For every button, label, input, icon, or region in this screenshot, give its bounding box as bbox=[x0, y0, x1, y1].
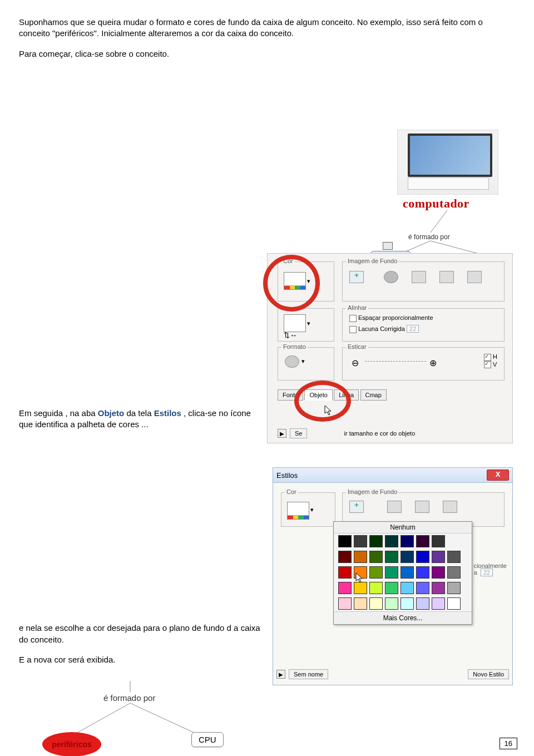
tab-cmap[interactable]: Cmap bbox=[360, 389, 387, 401]
zoom-out-icon[interactable]: ⊖ bbox=[352, 358, 359, 368]
color-swatch[interactable] bbox=[385, 551, 398, 563]
footer-hint: ir tamanho e cor do objeto bbox=[344, 430, 415, 437]
bg-option-icon-2[interactable] bbox=[415, 501, 429, 513]
group-imagem-title: Imagem de Fundo bbox=[346, 488, 399, 495]
color-swatch[interactable] bbox=[369, 535, 383, 547]
color-swatch[interactable] bbox=[400, 535, 414, 547]
bold-objeto: Objeto bbox=[98, 408, 125, 418]
bg-image-add-icon[interactable]: ＋ bbox=[349, 501, 364, 513]
color-swatch[interactable] bbox=[416, 566, 429, 579]
color-swatch[interactable] bbox=[369, 597, 383, 610]
color-swatch[interactable] bbox=[369, 582, 383, 594]
group-formato: Formato ▾ bbox=[278, 347, 334, 381]
color-swatch[interactable] bbox=[432, 566, 445, 579]
color-swatch[interactable] bbox=[447, 597, 461, 610]
color-swatch[interactable] bbox=[385, 566, 398, 579]
highlight-circle-tab bbox=[294, 381, 351, 422]
paragraph-start: Para começar, clica-se sobre o conceito. bbox=[19, 48, 515, 60]
color-swatch[interactable] bbox=[400, 566, 414, 579]
bg-option-icon-3[interactable] bbox=[439, 271, 454, 283]
check-h[interactable] bbox=[484, 354, 491, 361]
selection-handle-icon bbox=[383, 242, 393, 250]
color-swatch[interactable] bbox=[354, 597, 367, 610]
label-h: H bbox=[493, 353, 497, 360]
color-swatch[interactable] bbox=[432, 582, 445, 594]
label-espacar: Espaçar proporcionalmente bbox=[358, 314, 433, 321]
color-swatch[interactable] bbox=[385, 582, 398, 594]
bold-estilos: Estilos bbox=[154, 408, 181, 418]
check-lacuna[interactable] bbox=[349, 326, 357, 333]
color-swatch[interactable] bbox=[385, 597, 398, 610]
color-swatch[interactable] bbox=[354, 582, 367, 594]
group-imagem-title: Imagem de Fundo bbox=[346, 258, 399, 264]
color-swatch[interactable] bbox=[416, 535, 429, 547]
txt: Em seguida , na aba bbox=[19, 408, 98, 418]
color-swatch[interactable] bbox=[400, 597, 414, 610]
group-cor: Cor ▾ bbox=[281, 492, 335, 527]
more-colors-button[interactable]: Mais Cores... bbox=[334, 611, 472, 624]
node-perifericos-red[interactable]: periféricos bbox=[42, 732, 101, 756]
link-phrase: é formado por bbox=[408, 233, 450, 241]
paragraph-objeto-tab: Em seguida , na aba Objeto da tela Estil… bbox=[19, 408, 258, 431]
footer-novo-estilo[interactable]: Novo Estilo bbox=[468, 669, 509, 679]
bg-option-icon-4[interactable] bbox=[467, 271, 482, 283]
color-swatch[interactable] bbox=[338, 582, 352, 594]
group-lower-left: ▾ ⇅↔ bbox=[278, 308, 334, 342]
secondary-palette-button[interactable] bbox=[284, 314, 306, 332]
node-cpu[interactable]: CPU bbox=[191, 732, 224, 747]
bg-option-icon-1[interactable] bbox=[384, 271, 398, 283]
color-swatch[interactable] bbox=[400, 582, 414, 594]
color-swatch[interactable] bbox=[432, 597, 445, 610]
group-esticar: Esticar ⊖ ⊕ H V bbox=[342, 347, 505, 381]
figure-styles-panel: Cor ▾ Imagem de Fundo ＋ ▾ ⇅↔ Alinhar Esp… bbox=[267, 253, 513, 443]
label-v: V bbox=[493, 361, 497, 368]
swatch-none-button[interactable]: Nenhum bbox=[334, 522, 472, 533]
group-imagem-fundo: Imagem de Fundo ＋ bbox=[342, 261, 505, 302]
footer-btn-left[interactable]: Se bbox=[290, 428, 307, 438]
page-number: 16 bbox=[500, 738, 517, 749]
color-swatch[interactable] bbox=[338, 597, 352, 610]
shape-picker-icon[interactable] bbox=[285, 355, 299, 368]
color-swatch[interactable] bbox=[447, 566, 461, 579]
paragraph-intro: Suponhamos que se queira mudar o formato… bbox=[19, 17, 515, 39]
svg-line-7 bbox=[130, 703, 202, 737]
color-swatch[interactable] bbox=[338, 551, 352, 563]
color-swatch[interactable] bbox=[400, 551, 414, 563]
color-swatch-popup: Nenhum Mais Cores... bbox=[333, 521, 472, 625]
color-swatch[interactable] bbox=[416, 582, 429, 594]
bg-image-add-icon[interactable]: ＋ bbox=[349, 271, 364, 283]
bg-option-icon-2[interactable] bbox=[412, 271, 426, 283]
expand-icon[interactable]: ▶ bbox=[278, 429, 286, 438]
expand-icon[interactable]: ▶ bbox=[276, 670, 285, 679]
color-swatch[interactable] bbox=[354, 535, 367, 547]
color-swatch[interactable] bbox=[432, 535, 445, 547]
bg-option-icon-1[interactable] bbox=[387, 501, 402, 513]
lacuna-value[interactable]: 22 bbox=[407, 325, 419, 333]
color-swatch[interactable] bbox=[447, 582, 461, 594]
bg-option-icon-3[interactable] bbox=[443, 501, 457, 513]
group-esticar-title: Esticar bbox=[346, 343, 368, 350]
txt: da tela bbox=[126, 408, 154, 418]
figure-result-map: é formado por periféricos CPU teclado mo… bbox=[19, 681, 264, 756]
color-swatch[interactable] bbox=[416, 597, 429, 610]
color-swatch[interactable] bbox=[354, 551, 367, 563]
check-v[interactable] bbox=[484, 361, 491, 368]
panel-footer: ▶ Se ir tamanho e cor do objeto bbox=[278, 428, 415, 438]
window-footer: ▶ Sem nome Novo Estilo bbox=[276, 667, 509, 681]
color-swatch[interactable] bbox=[432, 551, 445, 563]
color-swatch[interactable] bbox=[416, 551, 429, 563]
check-espacar[interactable] bbox=[349, 315, 357, 322]
color-palette-button[interactable] bbox=[287, 502, 309, 520]
color-swatch[interactable] bbox=[338, 566, 352, 579]
window-titlebar: Estilos X bbox=[273, 468, 512, 483]
close-icon[interactable]: X bbox=[487, 470, 509, 481]
label-lacuna: Lacuna Corrigida bbox=[358, 325, 405, 332]
color-swatch[interactable] bbox=[369, 551, 383, 563]
zoom-in-icon[interactable]: ⊕ bbox=[429, 358, 437, 368]
color-swatch[interactable] bbox=[447, 551, 461, 563]
color-swatch[interactable] bbox=[369, 566, 383, 579]
color-swatch[interactable] bbox=[385, 535, 398, 547]
group-cor-title: Cor bbox=[285, 488, 298, 495]
footer-semnome[interactable]: Sem nome bbox=[289, 669, 328, 679]
color-swatch[interactable] bbox=[338, 535, 352, 547]
